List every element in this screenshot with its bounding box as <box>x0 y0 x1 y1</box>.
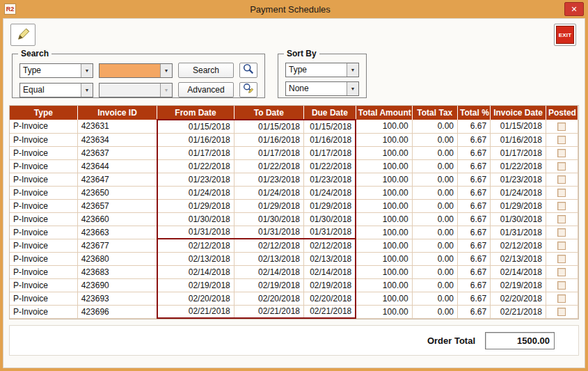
search-icon-button[interactable] <box>239 63 257 78</box>
sort-primary-dropdown[interactable]: Type ▼ <box>285 63 359 77</box>
table-row[interactable]: P-Invoice42366001/30/201801/30/201801/30… <box>10 212 578 226</box>
sort-secondary-dropdown[interactable]: None ▼ <box>285 81 359 96</box>
cell-invoice_id: 423690 <box>77 278 157 292</box>
column-header-posted[interactable]: Posted <box>546 106 578 120</box>
posted-checkbox[interactable] <box>557 175 566 184</box>
table-row[interactable]: P-Invoice42363701/17/201801/17/201801/17… <box>10 146 578 159</box>
cell-due: 01/15/2018 <box>304 120 356 133</box>
posted-checkbox[interactable] <box>557 268 566 276</box>
posted-checkbox[interactable] <box>557 189 566 197</box>
cell-amount: 100.00 <box>356 278 412 292</box>
cell-tax: 0.00 <box>412 199 457 212</box>
cell-invoice_id: 423696 <box>77 305 157 318</box>
column-header-amount[interactable]: Total Amount <box>356 106 412 120</box>
cell-pct: 6.67 <box>458 239 491 252</box>
sort-primary-value: Type <box>286 63 347 77</box>
chevron-down-icon[interactable]: ▼ <box>347 63 358 77</box>
cell-invoice_id: 423660 <box>77 212 157 226</box>
cell-due: 01/31/2018 <box>304 226 356 239</box>
posted-checkbox[interactable] <box>557 281 566 290</box>
cell-due: 01/29/2018 <box>304 199 356 212</box>
table-row[interactable]: P-Invoice42368002/13/201802/13/201802/13… <box>10 252 578 265</box>
sortby-groupbox: Sort By Type ▼ None ▼ <box>278 54 367 98</box>
chevron-down-icon[interactable]: ▼ <box>160 64 172 77</box>
sortby-legend: Sort By <box>284 49 319 58</box>
posted-checkbox[interactable] <box>557 202 566 210</box>
table-row[interactable]: P-Invoice42364401/22/201801/22/201801/22… <box>10 159 578 173</box>
table-row[interactable]: P-Invoice42365701/29/201801/29/201801/29… <box>10 199 578 212</box>
table-row[interactable]: P-Invoice42366301/31/201801/31/201801/31… <box>10 226 578 239</box>
cell-due: 01/23/2018 <box>304 173 356 186</box>
cell-to: 02/14/2018 <box>234 265 303 278</box>
posted-checkbox[interactable] <box>557 242 566 250</box>
posted-checkbox[interactable] <box>557 294 566 303</box>
cell-to: 02/12/2018 <box>234 239 303 252</box>
column-header-tax[interactable]: Total Tax <box>412 106 457 120</box>
posted-checkbox[interactable] <box>557 308 566 316</box>
cell-due: 02/19/2018 <box>304 278 356 292</box>
column-header-type[interactable]: Type <box>10 106 77 120</box>
table-row[interactable]: P-Invoice42368302/14/201802/14/201802/14… <box>10 265 578 278</box>
payment-schedules-window: R2 Payment Schedules ✕ EXIT <box>0 0 588 371</box>
chevron-down-icon[interactable]: ▼ <box>347 82 358 95</box>
table-row[interactable]: P-Invoice42369002/19/201802/19/201802/19… <box>10 278 578 292</box>
search-button[interactable]: Search <box>178 63 234 78</box>
table-row[interactable]: P-Invoice42363401/16/201801/16/201801/16… <box>10 133 578 146</box>
cell-due: 01/22/2018 <box>304 159 356 173</box>
toolbar: EXIT <box>3 19 585 51</box>
cell-tax: 0.00 <box>412 252 457 265</box>
search-field-dropdown[interactable]: Type ▼ <box>19 63 93 78</box>
column-header-to[interactable]: To Date <box>234 106 303 120</box>
search-value-dropdown[interactable]: ▼ <box>99 63 173 78</box>
cell-posted <box>546 226 578 239</box>
cell-to: 01/30/2018 <box>234 212 303 226</box>
cell-to: 01/16/2018 <box>234 133 303 146</box>
cell-invoice_date: 01/17/2018 <box>491 146 546 159</box>
column-header-invoice_date[interactable]: Invoice Date <box>491 106 546 120</box>
cell-from: 02/20/2018 <box>157 292 235 305</box>
cell-amount: 100.00 <box>356 265 412 278</box>
cell-amount: 100.00 <box>356 305 412 318</box>
cell-due: 02/14/2018 <box>304 265 356 278</box>
posted-checkbox[interactable] <box>557 255 566 263</box>
table-row[interactable]: P-Invoice42364701/23/201801/23/201801/23… <box>10 173 578 186</box>
cell-type: P-Invoice <box>10 292 77 305</box>
cell-invoice_date: 01/30/2018 <box>491 212 546 226</box>
advanced-search-icon-button[interactable] <box>239 82 257 97</box>
cell-tax: 0.00 <box>412 239 457 252</box>
cell-invoice_id: 423680 <box>77 252 157 265</box>
order-total-label: Order Total <box>427 336 475 346</box>
close-button[interactable]: ✕ <box>564 2 584 16</box>
cell-posted <box>546 305 578 318</box>
column-header-pct[interactable]: Total % <box>458 106 491 120</box>
chevron-down-icon[interactable]: ▼ <box>81 84 93 97</box>
table-row[interactable]: P-Invoice42369302/20/201802/20/201802/20… <box>10 292 578 305</box>
posted-checkbox[interactable] <box>557 123 566 131</box>
cell-invoice_date: 02/12/2018 <box>491 239 546 252</box>
table-row[interactable]: P-Invoice42365001/24/201801/24/201801/24… <box>10 186 578 199</box>
column-header-invoice_id[interactable]: Invoice ID <box>77 106 157 120</box>
posted-checkbox[interactable] <box>557 149 566 157</box>
cell-invoice_date: 01/22/2018 <box>491 159 546 173</box>
advanced-button[interactable]: Advanced <box>178 82 234 97</box>
chevron-down-icon[interactable]: ▼ <box>81 64 93 77</box>
table-row[interactable]: P-Invoice42363101/15/201801/15/201801/15… <box>10 120 578 133</box>
cell-due: 02/13/2018 <box>304 252 356 265</box>
edit-button[interactable] <box>10 24 35 46</box>
posted-checkbox[interactable] <box>557 136 566 144</box>
table-row[interactable]: P-Invoice42369602/21/201802/21/201802/21… <box>10 305 578 318</box>
cell-invoice_date: 01/29/2018 <box>491 199 546 212</box>
posted-checkbox[interactable] <box>557 162 566 171</box>
cell-type: P-Invoice <box>10 120 77 133</box>
posted-checkbox[interactable] <box>557 215 566 223</box>
column-header-from[interactable]: From Date <box>157 106 235 120</box>
exit-button[interactable]: EXIT <box>554 24 576 46</box>
cell-from: 01/23/2018 <box>157 173 235 186</box>
search-value2-dropdown[interactable]: ▼ <box>99 83 173 97</box>
cell-type: P-Invoice <box>10 133 77 146</box>
posted-checkbox[interactable] <box>557 228 566 237</box>
column-header-due[interactable]: Due Date <box>304 106 356 120</box>
search-operator-dropdown[interactable]: Equal ▼ <box>19 83 93 97</box>
table-row[interactable]: P-Invoice42367702/12/201802/12/201802/12… <box>10 239 578 252</box>
cell-from: 01/30/2018 <box>157 212 235 226</box>
